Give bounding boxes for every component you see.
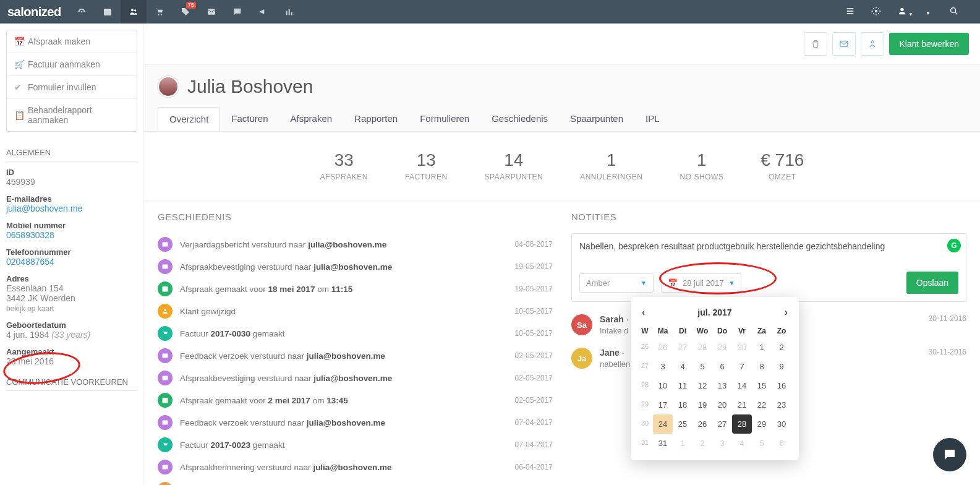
dp-day[interactable]: 16	[772, 376, 791, 395]
dp-day[interactable]: 26	[692, 414, 712, 434]
dp-day[interactable]: 3	[653, 357, 673, 376]
tab-spaarpunten[interactable]: Spaarpunten	[559, 107, 634, 131]
stats-icon[interactable]	[276, 0, 302, 24]
note-date-select[interactable]: 📅28 juli 2017▼	[661, 273, 741, 293]
history-item[interactable]: Afspraakbevestiging verstuurd naar julia…	[158, 367, 553, 389]
dp-day[interactable]: 2	[692, 434, 712, 453]
cart-icon[interactable]	[147, 0, 173, 24]
dp-day[interactable]: 10	[653, 376, 673, 395]
dp-day[interactable]: 27	[673, 338, 692, 357]
search-icon[interactable]	[949, 6, 973, 18]
stat-no shows: 1NO SHOWS	[680, 150, 724, 181]
chat-icon[interactable]	[224, 0, 250, 24]
history-item[interactable]: Afspraak gewijzigd04-04-2017	[158, 478, 553, 485]
dp-day[interactable]: 31	[653, 434, 673, 453]
sidebar-action-appointment[interactable]: 📅Afspraak maken	[7, 30, 137, 53]
dp-day[interactable]: 3	[712, 434, 732, 453]
tab-overzicht[interactable]: Overzicht	[158, 107, 220, 131]
dp-day[interactable]: 26	[653, 338, 673, 357]
settings-icon[interactable]	[871, 6, 895, 18]
notes-title: NOTITIES	[571, 212, 966, 222]
calendar-icon[interactable]	[95, 0, 121, 24]
dp-day[interactable]: 2	[772, 338, 791, 357]
merge-button[interactable]	[861, 32, 884, 56]
dp-day[interactable]: 24	[653, 414, 673, 434]
dp-day[interactable]: 19	[692, 395, 712, 414]
history-item[interactable]: Afspraak gemaakt voor 2 mei 2017 om 13:4…	[158, 389, 553, 411]
dp-day[interactable]: 6	[712, 357, 732, 376]
email-value[interactable]: julia@boshoven.me	[6, 204, 82, 213]
dp-day[interactable]: 5	[692, 357, 712, 376]
dp-day[interactable]: 11	[673, 376, 692, 395]
datepicker-prev[interactable]: ‹	[642, 307, 645, 318]
edit-client-button[interactable]: Klant bewerken	[889, 33, 969, 55]
dp-day[interactable]: 1	[673, 434, 692, 453]
history-item[interactable]: Verjaardagsbericht verstuurd naar julia@…	[158, 233, 553, 255]
dp-day[interactable]: 6	[772, 434, 791, 453]
address-map-link[interactable]: bekijk op kaart	[6, 304, 54, 313]
svg-point-19	[164, 309, 166, 311]
note-assignee-select[interactable]: Amber▼	[579, 273, 654, 293]
dp-day[interactable]: 28	[732, 414, 752, 434]
history-item[interactable]: Feedback verzoek verstuurd naar julia@bo…	[158, 345, 553, 367]
mobile-value[interactable]: 0658930328	[6, 230, 54, 240]
note-save-button[interactable]: Opslaan	[906, 272, 958, 294]
dp-day[interactable]: 12	[692, 376, 712, 395]
dp-day[interactable]: 29	[752, 414, 772, 434]
mail-button[interactable]	[832, 32, 856, 56]
history-item[interactable]: Factuur 2017-0030 gemaakt10-05-2017	[158, 322, 553, 345]
phone-value[interactable]: 0204887654	[6, 257, 54, 267]
tab-ipl[interactable]: IPL	[634, 107, 671, 131]
dp-day[interactable]: 27	[712, 414, 732, 434]
dp-day[interactable]: 14	[732, 376, 752, 395]
tab-formulieren[interactable]: Formulieren	[409, 107, 480, 131]
tags-icon[interactable]: 75	[173, 0, 198, 24]
megaphone-icon[interactable]	[250, 0, 276, 24]
dp-day[interactable]: 15	[752, 376, 772, 395]
dp-day[interactable]: 18	[673, 395, 692, 414]
history-text: Afspraak gemaakt voor 18 mei 2017 om 11:…	[180, 285, 508, 294]
mail-icon[interactable]	[198, 0, 224, 24]
dp-day[interactable]: 30	[732, 338, 752, 357]
list-icon[interactable]	[845, 6, 869, 18]
dp-day[interactable]: 28	[692, 338, 712, 357]
history-date: 02-05-2017	[515, 396, 553, 405]
history-item[interactable]: Afspraakherinnering verstuurd naar julia…	[158, 456, 553, 478]
customers-icon[interactable]	[121, 0, 147, 24]
dp-day[interactable]: 29	[712, 338, 732, 357]
dp-day[interactable]: 21	[732, 395, 752, 414]
chat-fab[interactable]	[933, 438, 966, 471]
tab-rapporten[interactable]: Rapporten	[343, 107, 409, 131]
dp-day[interactable]: 20	[712, 395, 732, 414]
tab-afspraken[interactable]: Afspraken	[279, 107, 344, 131]
dp-day[interactable]: 17	[653, 395, 673, 414]
tab-facturen[interactable]: Facturen	[220, 107, 279, 131]
dp-day[interactable]: 1	[752, 338, 772, 357]
sidebar-action-report[interactable]: 📋Behandelrapport aanmaken	[7, 99, 137, 131]
datepicker-next[interactable]: ›	[785, 307, 788, 318]
dp-day[interactable]: 5	[752, 434, 772, 453]
dp-day[interactable]: 30	[772, 414, 791, 434]
history-item[interactable]: Klant gewijzigd10-05-2017	[158, 300, 553, 322]
dp-day[interactable]: 23	[772, 395, 791, 414]
account-avatar[interactable]: ▼	[923, 7, 947, 17]
dp-day[interactable]: 13	[712, 376, 732, 395]
note-textarea[interactable]	[579, 241, 958, 261]
dp-day[interactable]: 8	[752, 357, 772, 376]
sidebar-action-invoice[interactable]: 🛒Factuur aanmaken	[7, 53, 137, 76]
dp-day[interactable]: 22	[752, 395, 772, 414]
tab-geschiedenis[interactable]: Geschiedenis	[480, 107, 559, 131]
dashboard-icon[interactable]	[69, 0, 95, 24]
dp-day[interactable]: 9	[772, 357, 791, 376]
history-item[interactable]: Factuur 2017-0023 gemaakt07-04-2017	[158, 434, 553, 456]
dp-day[interactable]: 4	[673, 357, 692, 376]
user-menu-icon[interactable]: ▼	[897, 6, 921, 18]
history-item[interactable]: Feedback verzoek verstuurd naar julia@bo…	[158, 411, 553, 434]
dp-day[interactable]: 25	[673, 414, 692, 434]
history-item[interactable]: Afspraakbevestiging verstuurd naar julia…	[158, 255, 553, 278]
dp-day[interactable]: 7	[732, 357, 752, 376]
dp-day[interactable]: 4	[732, 434, 752, 453]
history-item[interactable]: Afspraak gemaakt voor 18 mei 2017 om 11:…	[158, 278, 553, 300]
sidebar-action-form[interactable]: ✔Formulier invullen	[7, 76, 137, 99]
delete-button[interactable]	[804, 32, 827, 56]
